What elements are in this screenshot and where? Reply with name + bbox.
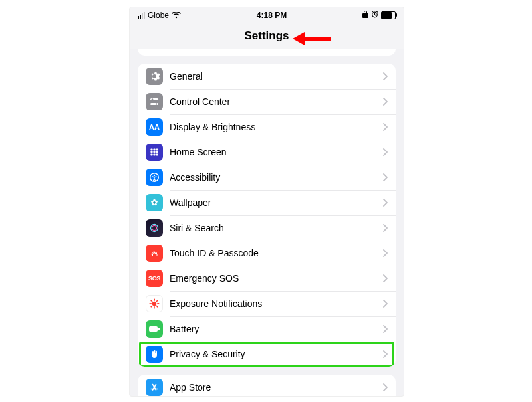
phone-frame: Globe 4:18 PM Settings General	[129, 7, 404, 397]
settings-group-2: App Store Wallet	[138, 375, 396, 397]
row-label: Emergency SOS	[170, 273, 383, 284]
row-label: Wallpaper	[170, 197, 383, 208]
row-label: App Store	[170, 382, 383, 393]
svg-rect-10	[156, 151, 158, 153]
chevron-right-icon	[383, 383, 388, 391]
lock-icon	[362, 11, 368, 20]
row-label: Privacy & Security	[170, 349, 383, 359]
svg-point-39	[157, 300, 158, 301]
svg-point-20	[151, 201, 154, 203]
battery-icon	[381, 11, 396, 19]
svg-rect-7	[156, 149, 158, 151]
svg-rect-6	[154, 149, 156, 151]
settings-row-privacy-security[interactable]: Privacy & Security	[138, 342, 396, 367]
svg-point-35	[150, 303, 151, 304]
svg-point-15	[154, 175, 155, 176]
svg-point-36	[158, 303, 160, 304]
grid-icon	[146, 144, 163, 161]
wifi-icon	[172, 12, 181, 19]
row-label: Home Screen	[170, 147, 383, 157]
svg-point-23	[152, 226, 157, 231]
gear-icon	[146, 68, 163, 85]
svg-point-21	[153, 201, 155, 203]
settings-scroll[interactable]: General Control Center AA Display & Brig…	[130, 49, 404, 397]
svg-rect-13	[156, 154, 158, 156]
settings-row-battery[interactable]: Battery	[138, 316, 396, 342]
battery-fill-icon	[146, 320, 163, 338]
row-label: General	[170, 71, 383, 82]
svg-point-16	[153, 199, 156, 202]
settings-row-control-center[interactable]: Control Center	[138, 89, 396, 114]
chevron-right-icon	[383, 300, 388, 308]
svg-rect-5	[151, 149, 153, 151]
svg-point-24	[152, 302, 156, 306]
appstore-icon	[146, 379, 163, 396]
svg-point-2	[152, 98, 154, 100]
chevron-right-icon	[383, 224, 388, 232]
status-time: 4:18 PM	[257, 11, 287, 20]
chevron-right-icon	[383, 98, 388, 106]
page-title: Settings	[244, 29, 289, 43]
svg-rect-42	[158, 328, 160, 330]
chevron-right-icon	[383, 249, 388, 257]
svg-point-40	[150, 306, 152, 308]
chevron-right-icon	[383, 148, 388, 156]
chevron-right-icon	[383, 199, 388, 207]
nav-bar: Settings	[130, 23, 404, 49]
siri-icon	[146, 219, 163, 237]
settings-row-general[interactable]: General	[138, 64, 396, 89]
settings-row-app-store[interactable]: App Store	[138, 375, 396, 397]
aa-icon: AA	[146, 118, 163, 136]
chevron-right-icon	[383, 72, 388, 80]
accessibility-icon	[146, 169, 163, 186]
settings-row-home-screen[interactable]: Home Screen	[138, 140, 396, 165]
chevron-right-icon	[383, 350, 388, 358]
settings-row-display-brightness[interactable]: AA Display & Brightness	[138, 114, 396, 140]
svg-point-34	[154, 308, 155, 309]
flower-icon	[146, 194, 163, 211]
fingerprint-icon	[146, 245, 163, 262]
alarm-icon	[371, 11, 378, 20]
row-label: Battery	[170, 324, 383, 334]
svg-rect-41	[149, 326, 158, 332]
row-label: Control Center	[170, 96, 383, 107]
settings-row-touchid-passcode[interactable]: Touch ID & Passcode	[138, 241, 396, 266]
chevron-right-icon	[383, 123, 388, 131]
row-label: Touch ID & Passcode	[170, 248, 383, 258]
svg-point-38	[157, 306, 158, 308]
covid-icon	[146, 295, 163, 312]
sos-icon: SOS	[146, 270, 163, 287]
group-spacer	[138, 49, 396, 56]
hand-icon	[146, 346, 163, 363]
settings-row-siri-search[interactable]: Siri & Search	[138, 215, 396, 241]
svg-point-17	[155, 201, 158, 203]
svg-rect-9	[154, 151, 156, 153]
settings-row-accessibility[interactable]: Accessibility	[138, 165, 396, 190]
signal-icon	[138, 12, 145, 19]
svg-point-33	[154, 299, 155, 300]
row-label: Exposure Notifications	[170, 298, 383, 309]
row-label: Display & Brightness	[170, 122, 383, 132]
row-label: Accessibility	[170, 172, 383, 183]
chevron-right-icon	[383, 274, 388, 282]
carrier-label: Globe	[148, 11, 169, 20]
settings-row-emergency-sos[interactable]: SOS Emergency SOS	[138, 266, 396, 291]
svg-point-4	[156, 103, 158, 105]
svg-rect-12	[154, 154, 156, 156]
toggles-icon	[146, 93, 163, 110]
settings-group-1: General Control Center AA Display & Brig…	[138, 64, 396, 367]
row-label: Siri & Search	[170, 223, 383, 233]
chevron-right-icon	[383, 173, 388, 181]
settings-row-exposure-notifications[interactable]: Exposure Notifications	[138, 291, 396, 316]
status-bar: Globe 4:18 PM	[130, 7, 404, 23]
chevron-right-icon	[383, 325, 388, 333]
svg-rect-8	[151, 151, 153, 153]
svg-point-37	[150, 300, 152, 301]
settings-row-wallpaper[interactable]: Wallpaper	[138, 190, 396, 215]
svg-rect-11	[151, 154, 153, 156]
